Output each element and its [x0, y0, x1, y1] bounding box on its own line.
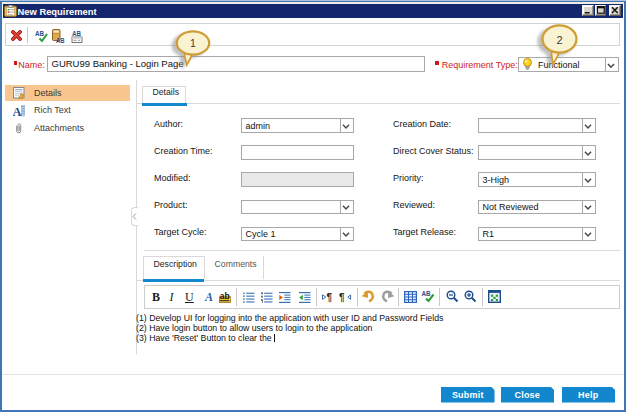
- svg-text:A: A: [13, 105, 22, 117]
- svg-text:AB: AB: [422, 290, 431, 297]
- svg-text:¶: ¶: [339, 292, 345, 303]
- svg-text:2: 2: [556, 34, 562, 46]
- svg-text:AB: AB: [56, 36, 65, 43]
- svg-text:AB: AB: [35, 29, 44, 36]
- svg-text:ab: ab: [220, 291, 230, 301]
- svg-text:AB: AB: [72, 29, 81, 36]
- svg-text:1: 1: [190, 37, 196, 49]
- svg-text:¶: ¶: [326, 292, 332, 303]
